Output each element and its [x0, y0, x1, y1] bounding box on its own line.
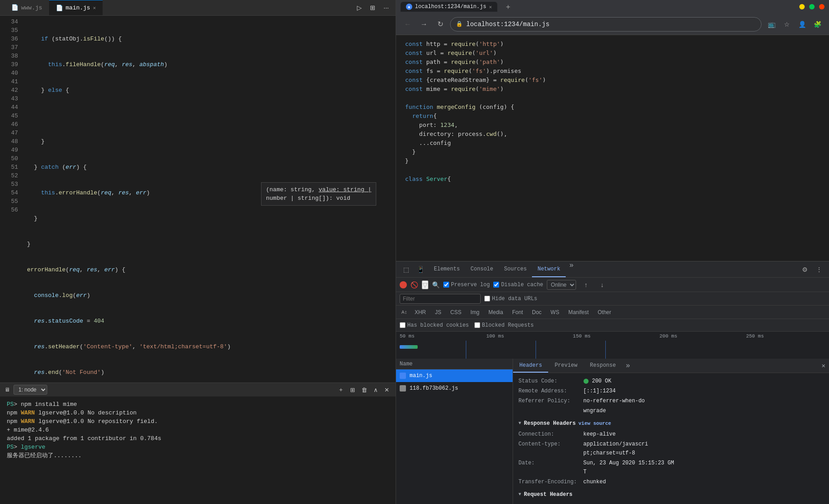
- filter-xhr[interactable]: XHR: [411, 308, 429, 316]
- filter-css[interactable]: CSS: [447, 308, 465, 316]
- code-line: this.fileHandle(req, res, abspath): [23, 60, 396, 69]
- run-button[interactable]: ▷: [355, 3, 364, 12]
- close-window-button[interactable]: ✕: [819, 4, 824, 9]
- settings-button[interactable]: ⚙: [798, 263, 811, 276]
- terminal-line: added 1 package from 1 contributor in 0.…: [7, 434, 389, 443]
- devtools-tabs: Elements Console Sources Network »: [428, 261, 577, 277]
- tab-network[interactable]: Network: [532, 261, 565, 277]
- back-button[interactable]: ←: [401, 18, 414, 31]
- record-button[interactable]: [400, 281, 407, 288]
- url-bar[interactable]: 🔒 localhost:1234/main.js: [450, 17, 761, 32]
- tab-response[interactable]: Response: [584, 359, 622, 373]
- code-line: res.statusCode = 404: [23, 317, 396, 325]
- devtools-settings: ⚙ ⋮: [798, 263, 825, 276]
- minimize-button[interactable]: −: [799, 4, 805, 9]
- tab-www-js[interactable]: 📄 www.js: [5, 0, 49, 15]
- maximize-button[interactable]: □: [809, 4, 815, 9]
- request-details: Headers Preview Response » ✕: [513, 359, 829, 504]
- filter-button[interactable]: ▽: [422, 280, 428, 289]
- forward-button[interactable]: →: [418, 18, 430, 31]
- disable-cache-label[interactable]: Disable cache: [493, 282, 543, 288]
- maximize-terminal-button[interactable]: ∧: [372, 385, 380, 395]
- filter-doc[interactable]: Doc: [528, 308, 545, 316]
- tab-close-btn[interactable]: ✕: [93, 5, 96, 11]
- section-arrow-icon-2: ▼: [518, 490, 521, 499]
- close-terminal-button[interactable]: ✕: [383, 385, 391, 395]
- request-name-2: 118.fb73b062.js: [410, 385, 458, 392]
- blocked-requests-text: Blocked Requests: [482, 322, 534, 328]
- timeline-cursor-2: [536, 341, 536, 359]
- network-filter-input[interactable]: [400, 294, 481, 304]
- export-har-button[interactable]: ↓: [596, 279, 608, 291]
- delete-terminal-button[interactable]: 🗑: [360, 385, 369, 395]
- filter-img[interactable]: Img: [467, 308, 483, 316]
- tab-sources[interactable]: Sources: [499, 261, 532, 277]
- code-editor[interactable]: 3435363738 3940414243 4445464748 4950515…: [0, 16, 396, 382]
- bookmark-button[interactable]: ☆: [780, 18, 793, 31]
- throttle-selector[interactable]: Online: [547, 280, 576, 290]
- hide-urls-checkbox[interactable]: [484, 296, 490, 302]
- blocked-requests-checkbox[interactable]: [474, 322, 480, 328]
- browser-active-tab[interactable]: ◉ localhost:1234/main.js ✕: [401, 2, 497, 12]
- filter-other[interactable]: Other: [594, 308, 615, 316]
- has-blocked-cookies-checkbox[interactable]: [400, 322, 405, 328]
- new-terminal-button[interactable]: ＋: [336, 385, 346, 395]
- network-requests-panel: Name main.js 118.fb73b062.js: [396, 359, 829, 504]
- details-close-button[interactable]: ✕: [818, 359, 829, 373]
- terminal-line: + mime@2.4.6: [7, 426, 389, 434]
- more-devtools-button[interactable]: ⋮: [813, 263, 825, 276]
- code-lines[interactable]: if (statObj.isFile()) { this.fileHandle(…: [23, 16, 396, 382]
- disable-cache-checkbox[interactable]: [493, 282, 499, 288]
- tab-preview[interactable]: Preview: [548, 359, 583, 373]
- search-button[interactable]: 🔍: [432, 281, 440, 288]
- tab-console[interactable]: Console: [465, 261, 499, 277]
- reload-button[interactable]: ↻: [434, 18, 446, 31]
- device-toggle-button[interactable]: 📱: [414, 263, 427, 276]
- tab-main-js[interactable]: 📄 main.js ✕: [49, 0, 103, 15]
- extensions-button[interactable]: 🧩: [811, 18, 824, 31]
- view-source-link[interactable]: view source: [578, 419, 611, 428]
- date-key: Date:: [518, 459, 581, 477]
- preserve-log-checkbox[interactable]: [443, 282, 449, 288]
- filter-js[interactable]: JS: [432, 308, 445, 316]
- new-browser-tab-button[interactable]: ＋: [501, 2, 515, 12]
- timeline-labels: 50 ms 100 ms 150 ms 200 ms 250 ms: [396, 332, 829, 341]
- hide-urls-label[interactable]: Hide data URLs: [484, 296, 537, 302]
- network-filter-bar: Hide data URLs: [396, 292, 829, 306]
- inspect-element-button[interactable]: ⬚: [400, 263, 412, 276]
- filter-manifest[interactable]: Manifest: [565, 308, 592, 316]
- clear-network-button[interactable]: 🚫: [410, 281, 418, 288]
- terminal-content[interactable]: PS> npm install mime npm WARN lgserve@1.…: [0, 396, 396, 504]
- split-terminal-button[interactable]: ⊞: [348, 385, 357, 395]
- details-more-tabs[interactable]: »: [622, 359, 634, 373]
- split-editor-button[interactable]: ⊞: [368, 3, 378, 12]
- profile-button[interactable]: 👤: [796, 18, 808, 31]
- blocked-requests-label[interactable]: Blocked Requests: [474, 322, 534, 328]
- browser-address-bar: ← → ↻ 🔒 localhost:1234/main.js 📺 ☆ 👤 🧩: [396, 14, 829, 35]
- terminal-selector[interactable]: 1: node: [14, 385, 47, 395]
- app-root: 📄 www.js 📄 main.js ✕ ▷ ⊞ ··· 3435363738 …: [0, 0, 829, 504]
- browser-tab-close[interactable]: ✕: [489, 4, 492, 10]
- tab-headers[interactable]: Headers: [513, 359, 548, 373]
- request-item-bundle-js[interactable]: 118.fb73b062.js: [396, 382, 513, 395]
- code-line: }: [23, 137, 396, 146]
- filter-ws[interactable]: WS: [547, 308, 563, 316]
- devtools-more-tabs[interactable]: »: [566, 261, 577, 277]
- code-line: console.log(err): [23, 291, 396, 300]
- response-headers-section[interactable]: ▼ Response Headers view source: [518, 416, 824, 430]
- request-headers-section[interactable]: ▼ Request Headers: [518, 487, 824, 501]
- headers-content[interactable]: Status Code: ⬤ 200 OK Remote Address: [:…: [513, 373, 829, 504]
- filter-media[interactable]: Media: [485, 308, 507, 316]
- preserve-log-label[interactable]: Preserve log: [443, 282, 490, 288]
- terminal-line: 服务器已经启动了........: [7, 451, 389, 460]
- cast-button[interactable]: 📺: [765, 18, 778, 31]
- filter-font[interactable]: Font: [509, 308, 527, 316]
- import-har-button[interactable]: ↑: [580, 279, 592, 291]
- content-type-key: Content-type:: [518, 440, 581, 458]
- content-type-value: application/javascript;charset=utf-8: [583, 440, 648, 458]
- has-blocked-cookies-label[interactable]: Has blocked cookies: [400, 322, 469, 328]
- tooltip-text: (name: string, value: string |: [266, 186, 371, 193]
- request-item-main-js[interactable]: main.js: [396, 369, 513, 382]
- tab-elements[interactable]: Elements: [428, 261, 465, 277]
- more-actions-button[interactable]: ···: [381, 3, 391, 12]
